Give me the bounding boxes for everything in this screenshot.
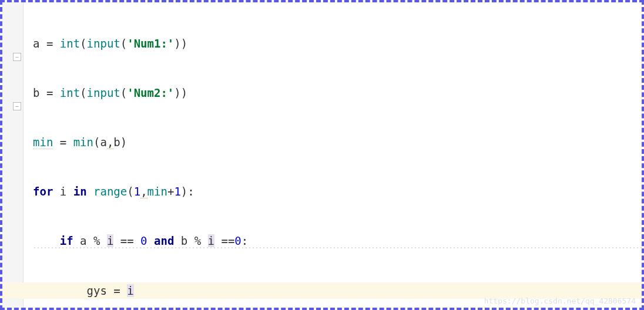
code-content[interactable]: a = int(input('Num1:')) b = int(input('N…: [26, 2, 644, 310]
fold-icon[interactable]: –: [13, 102, 21, 110]
var: b: [33, 86, 39, 99]
code-line-1[interactable]: a = int(input('Num1:')): [33, 35, 644, 52]
fn-range: range: [93, 185, 127, 198]
fn-input: input: [87, 37, 120, 50]
kw-and: and: [154, 234, 174, 247]
code-line-2[interactable]: b = int(input('Num2:')): [33, 85, 644, 101]
var: a: [33, 37, 39, 50]
code-line-3[interactable]: min = min(a,b): [33, 134, 644, 150]
string-literal: 'Num1:': [127, 37, 174, 50]
fn-int: int: [60, 86, 80, 99]
string-literal: 'Num2:': [127, 86, 174, 99]
fn-min: min: [73, 136, 93, 149]
fn-int: int: [60, 37, 80, 50]
fn-input: input: [87, 86, 120, 99]
code-editor[interactable]: – – a = int(input('Num1:')) b = int(inpu…: [0, 0, 644, 310]
code-line-5[interactable]: if a % i == 0 and b % i ==0:: [33, 232, 644, 250]
kw-if: if: [60, 234, 73, 247]
kw-for: for: [33, 185, 53, 198]
var-min: min: [33, 136, 53, 149]
kw-in: in: [73, 185, 87, 198]
editor-gutter: [2, 0, 24, 310]
fold-icon[interactable]: –: [13, 53, 21, 61]
code-line-4[interactable]: for i in range(1,min+1):: [33, 183, 644, 200]
watermark-text: https://blog.csdn.net/qq_42806574: [484, 296, 636, 305]
